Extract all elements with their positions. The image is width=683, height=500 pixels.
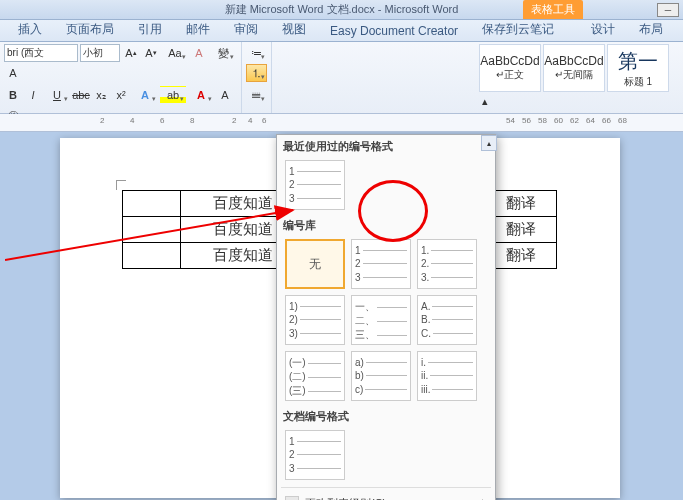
shrink-font-button[interactable]: A▾: [142, 44, 160, 62]
style-normal[interactable]: AaBbCcDd↵正文: [479, 44, 541, 92]
gallery-item-lib-7[interactable]: a)b)c): [351, 351, 411, 401]
gallery-item-none[interactable]: 无: [285, 239, 345, 289]
font-color-button[interactable]: A: [188, 86, 214, 104]
minimize-button[interactable]: ─: [657, 3, 679, 17]
tab-easy-doc[interactable]: Easy Document Creator: [320, 21, 468, 41]
tab-view[interactable]: 视图: [272, 18, 316, 41]
char-shading-button[interactable]: A: [216, 86, 234, 104]
ruler[interactable]: 2 4 6 8 2 4 6 54 56 58 60 62 64 66 68: [0, 114, 683, 132]
tab-insert[interactable]: 插入: [8, 18, 52, 41]
group-paragraph: ≔ ⒈ ⩸: [242, 42, 272, 113]
gallery-item-lib-4[interactable]: 一、二、三、: [351, 295, 411, 345]
gallery-item-lib-8[interactable]: i.ii.iii.: [417, 351, 477, 401]
doc-section-label: 文档编号格式: [277, 405, 495, 426]
ribbon-tabs: 插入 页面布局 引用 邮件 审阅 视图 Easy Document Creato…: [0, 20, 683, 42]
grow-font-button[interactable]: A▴: [122, 44, 140, 62]
change-level-item[interactable]: 更改列表级别(C): [277, 491, 495, 500]
numbering-dropdown: ▴ 最近使用过的编号格式 1 2 3 编号库 无 123 1.2.3. 1)2)…: [276, 134, 496, 500]
group-font: bri (西文 小初 A▴ A▾ Aa A 變 A B I U abc x₂ x…: [0, 42, 242, 113]
subscript-button[interactable]: x₂: [92, 86, 110, 104]
margin-corner-icon: [116, 180, 126, 190]
highlight-button[interactable]: ab: [160, 86, 186, 104]
tab-review[interactable]: 审阅: [224, 18, 268, 41]
tab-references[interactable]: 引用: [128, 18, 172, 41]
scroll-up-button[interactable]: ▴: [481, 135, 497, 151]
char-border-button[interactable]: A: [4, 64, 22, 82]
underline-button[interactable]: U: [44, 86, 70, 104]
change-case-button[interactable]: Aa: [162, 44, 188, 62]
strike-button[interactable]: abc: [72, 86, 90, 104]
library-section-label: 编号库: [277, 214, 495, 235]
style-nospace[interactable]: AaBbCcDd↵无间隔: [543, 44, 605, 92]
gallery-item-lib-3[interactable]: 1)2)3): [285, 295, 345, 345]
window-controls: ─: [657, 3, 679, 17]
tab-table-layout[interactable]: 布局: [629, 18, 673, 41]
gallery-item-recent-1[interactable]: 1 2 3: [285, 160, 345, 210]
gallery-item-lib-1[interactable]: 123: [351, 239, 411, 289]
document-area[interactable]: 百度知道翻译 百度知道翻译 百度知道翻译 ▴ 最近使用过的编号格式 1 2 3 …: [0, 132, 683, 500]
tab-cloud[interactable]: 保存到云笔记: [472, 18, 564, 41]
numbering-button[interactable]: ⒈: [246, 64, 267, 82]
multilevel-button[interactable]: ⩸: [246, 86, 267, 104]
gallery-item-lib-2[interactable]: 1.2.3.: [417, 239, 477, 289]
recent-section-label: 最近使用过的编号格式: [277, 135, 495, 156]
group-styles: AaBbCcDd↵正文 AaBbCcDd↵无间隔 第一标题 1 ▴ ▾ ⌄ 样式: [475, 42, 683, 113]
gallery-item-doc-1[interactable]: 123: [285, 430, 345, 480]
window-title: 新建 Microsoft Word 文档.docx - Microsoft Wo…: [225, 2, 459, 17]
gallery-item-lib-5[interactable]: A.B.C.: [417, 295, 477, 345]
contextual-tabs: 设计 布局: [581, 18, 673, 41]
clear-format-button[interactable]: A: [190, 44, 208, 62]
phonetic-button[interactable]: 變: [210, 44, 236, 62]
italic-button[interactable]: I: [24, 86, 42, 104]
superscript-button[interactable]: x²: [112, 86, 130, 104]
font-group-body: bri (西文 小初 A▴ A▾ Aa A 變 A B I U abc x₂ x…: [4, 44, 237, 124]
bold-button[interactable]: B: [4, 86, 22, 104]
bullets-button[interactable]: ≔: [246, 44, 267, 62]
text-effects-button[interactable]: A: [132, 86, 158, 104]
tab-layout[interactable]: 页面布局: [56, 18, 124, 41]
font-size-select[interactable]: 小初: [80, 44, 120, 62]
tab-design[interactable]: 设计: [581, 18, 625, 41]
contextual-tab-label: 表格工具: [523, 0, 583, 19]
tab-mailings[interactable]: 邮件: [176, 18, 220, 41]
font-family-select[interactable]: bri (西文: [4, 44, 78, 62]
style-heading1[interactable]: 第一标题 1: [607, 44, 669, 92]
style-up-button[interactable]: ▴: [479, 94, 491, 109]
ribbon: bri (西文 小初 A▴ A▾ Aa A 變 A B I U abc x₂ x…: [0, 42, 683, 114]
gallery-item-lib-6[interactable]: (一)(二)(三): [285, 351, 345, 401]
title-bar: 新建 Microsoft Word 文档.docx - Microsoft Wo…: [0, 0, 683, 20]
